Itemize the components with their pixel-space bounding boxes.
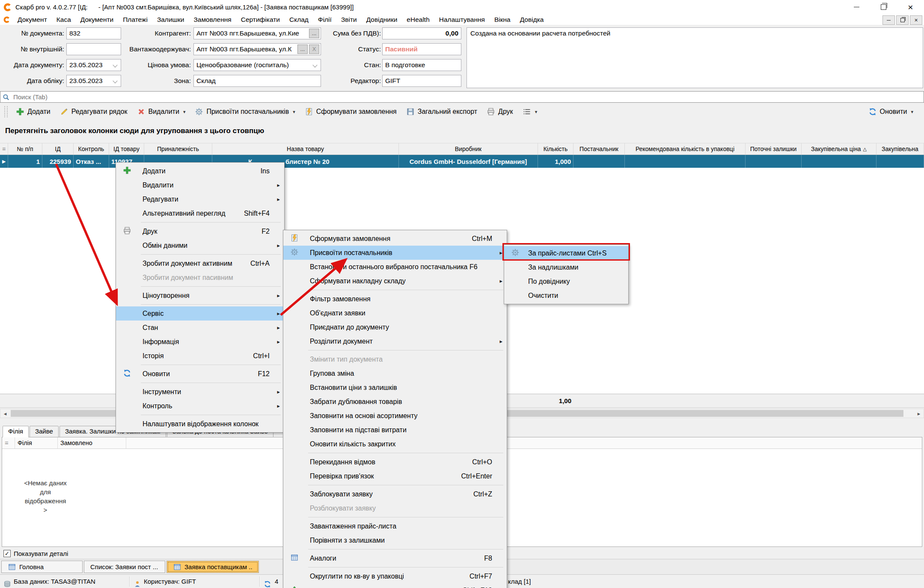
menu-item-9[interactable]: Ціноутворення▸	[116, 288, 284, 303]
menu-item-21[interactable]: Порівняти з залишками	[283, 533, 507, 547]
menu-item-2[interactable]: Видалити▸	[116, 178, 284, 192]
menu-item-8[interactable]: Розділити документ▸	[283, 334, 507, 348]
toolbar-button-4[interactable]: Присвоїти постачальників▾	[191, 105, 299, 118]
consignee-field[interactable]: Апт №003 пгт.Барышевка, ул.К ... X	[193, 43, 321, 55]
bottom-tab-2[interactable]: Список: Заявки пост ...	[84, 561, 165, 573]
column-header-7[interactable]: Виробник	[399, 143, 538, 154]
column-header-indicator[interactable]: ≡	[0, 143, 8, 154]
menu-item-10[interactable]: Групова зміна	[283, 366, 507, 380]
show-details-checkbox[interactable]: ✓	[3, 550, 11, 557]
caret-down-icon[interactable]: ▾	[911, 109, 913, 115]
toolbar-button-7[interactable]: Друк	[483, 105, 517, 118]
menubar-item-11[interactable]: Довідники	[362, 16, 402, 24]
lower-tab-1[interactable]: Філія	[3, 426, 29, 437]
menu-item-24[interactable]: Shift+F12	[283, 583, 507, 588]
column-header-8[interactable]: Кількість	[538, 143, 573, 154]
menu-item-6[interactable]: Об'єднати заявки	[283, 306, 507, 320]
consignee-lookup-button[interactable]: ...	[297, 45, 308, 54]
minimize-button[interactable]	[843, 0, 870, 14]
close-button[interactable]: ×	[897, 0, 924, 14]
menubar-item-8[interactable]: Склад	[285, 16, 313, 24]
menu-item-11[interactable]: Стан▸	[116, 321, 284, 335]
menu-item-3[interactable]: Редагувати▸	[116, 192, 284, 206]
mdi-minimize-button[interactable]	[882, 15, 895, 25]
column-header-10[interactable]: Рекомендована кількість в упаковці	[625, 143, 746, 154]
menubar-item-12[interactable]: eHealth	[402, 16, 434, 24]
scroll-left-icon[interactable]: ◂	[0, 409, 10, 418]
column-header-11[interactable]: Поточні залишки	[746, 143, 802, 154]
menu-item-12[interactable]: Забрати дублювання товарів	[283, 395, 507, 409]
contractor-lookup-button[interactable]: ...	[309, 29, 319, 38]
bottom-tab-3[interactable]: Заявка поставщикам ..	[166, 561, 259, 573]
contractor-field[interactable]: Апт №003 пгт.Барышевка, ул.Кие ...	[193, 27, 321, 39]
menu-item-20[interactable]: Завантаження прайс-листа	[283, 519, 507, 533]
scroll-right-icon[interactable]: ▸	[914, 409, 924, 418]
editor-field[interactable]: GIFT	[382, 75, 461, 87]
grid-options-icon[interactable]: ≡	[2, 146, 6, 152]
menu-item-16[interactable]: Контроль▸	[116, 399, 284, 413]
toolbar-button-6[interactable]: Загальний експорт	[402, 105, 481, 118]
menu-item-6[interactable]: Обмін даними▸	[116, 238, 284, 252]
column-header-9[interactable]: Постачальник	[573, 143, 625, 154]
column-header-12[interactable]: Закупівельна ціна△	[802, 143, 876, 154]
toolbar-grip[interactable]	[4, 106, 8, 117]
menubar-item-9[interactable]: Філії	[313, 16, 336, 24]
column-header-2[interactable]: ІД	[42, 143, 74, 154]
menubar-item-7[interactable]: Сертифікати	[236, 16, 285, 24]
grid-options-icon[interactable]: ≡	[2, 437, 15, 448]
mdi-close-button[interactable]: ×	[910, 15, 922, 25]
menu-item-14[interactable]: Заповнити на підставі витрати	[283, 423, 507, 437]
bottom-tab-1[interactable]: Головна	[1, 561, 83, 573]
menubar-item-6[interactable]: Замовлення	[189, 16, 236, 24]
menu-item-10[interactable]: Сервіс▸	[116, 306, 284, 321]
column-header-1[interactable]: № п/п	[8, 143, 42, 154]
menu-item-11[interactable]: Встановити ціни з залишків	[283, 380, 507, 395]
menu-item-16[interactable]: Перекидання відмовCtrl+O	[283, 455, 507, 469]
menubar-item-5[interactable]: Залишки	[152, 16, 189, 24]
note-memo[interactable]: Создана на основании расчета потребносте…	[466, 27, 923, 88]
menu-item-7[interactable]: Зробити документ активнимCtrl+A	[116, 256, 284, 270]
toolbar-button-8[interactable]: ▾	[519, 105, 541, 118]
menubar-item-15[interactable]: Довідка	[515, 16, 549, 24]
column-header-zamovleno[interactable]: Замовлено	[58, 437, 126, 448]
refresh-button[interactable]: Оновити▾	[865, 105, 917, 118]
price-condition-combo[interactable]: Ценообразование (госпиталь)	[193, 59, 321, 71]
menubar-item-4[interactable]: Платежі	[118, 16, 152, 24]
menu-item-17[interactable]: Налаштувати відображення колонок	[116, 417, 284, 431]
caret-down-icon[interactable]: ▾	[293, 109, 295, 115]
menu-item-7[interactable]: Приєднати до документу	[283, 320, 507, 334]
column-header-filia[interactable]: Філія	[15, 437, 58, 448]
toolbar-button-2[interactable]: Редагувати рядок	[56, 105, 131, 118]
state-field[interactable]: В подготовке	[382, 59, 461, 71]
menu-item-13[interactable]: ІсторіяCtrl+I	[116, 349, 284, 363]
menu-item-2[interactable]: Присвоїти постачальників▸	[283, 246, 507, 260]
menu-item-17[interactable]: Перевірка прив'язокCtrl+Enter	[283, 469, 507, 483]
restore-button[interactable]	[870, 0, 897, 14]
search-input[interactable]	[12, 93, 924, 101]
menubar-item-3[interactable]: Документи	[76, 16, 118, 24]
lower-tab-2[interactable]: Зайве	[30, 426, 59, 437]
mdi-restore-button[interactable]	[896, 15, 909, 25]
menu-item-3[interactable]: По довіднику	[504, 274, 628, 288]
toolbar-button-3[interactable]: Видалити▾	[133, 105, 190, 118]
menu-item-2[interactable]: За надлишками	[504, 260, 628, 274]
sort-asc-icon[interactable]: △	[863, 146, 866, 152]
menubar-item-14[interactable]: Вікна	[490, 16, 515, 24]
menu-item-3[interactable]: Встановити останнього вибраного постачал…	[283, 260, 507, 274]
column-header-13[interactable]: Закупівельна	[876, 143, 924, 154]
column-header-4[interactable]: ІД товару	[109, 143, 144, 154]
menu-item-23[interactable]: Округлити по кв-ву в упаковціCtrl+F7	[283, 569, 507, 583]
sum-no-vat-field[interactable]: 0,00	[382, 27, 461, 39]
menubar-item-13[interactable]: Налаштування	[434, 16, 490, 24]
zone-field[interactable]: Склад	[193, 75, 321, 87]
caret-down-icon[interactable]: ▾	[183, 109, 186, 115]
menu-item-22[interactable]: АналогиF8	[283, 551, 507, 565]
column-header-5[interactable]: Приналежність	[144, 143, 212, 154]
chevron-down-icon[interactable]	[312, 62, 317, 67]
menu-item-5[interactable]: Фільтр замовлення	[283, 292, 507, 306]
menubar-item-2[interactable]: Каса	[52, 16, 76, 24]
menu-item-1[interactable]: ДодатиIns	[116, 164, 284, 178]
menu-item-14[interactable]: ОновитиF12	[116, 367, 284, 381]
menu-item-1[interactable]: Сформувати замовленняCtrl+M	[283, 232, 507, 246]
column-header-6[interactable]: Назва товару	[212, 143, 399, 154]
